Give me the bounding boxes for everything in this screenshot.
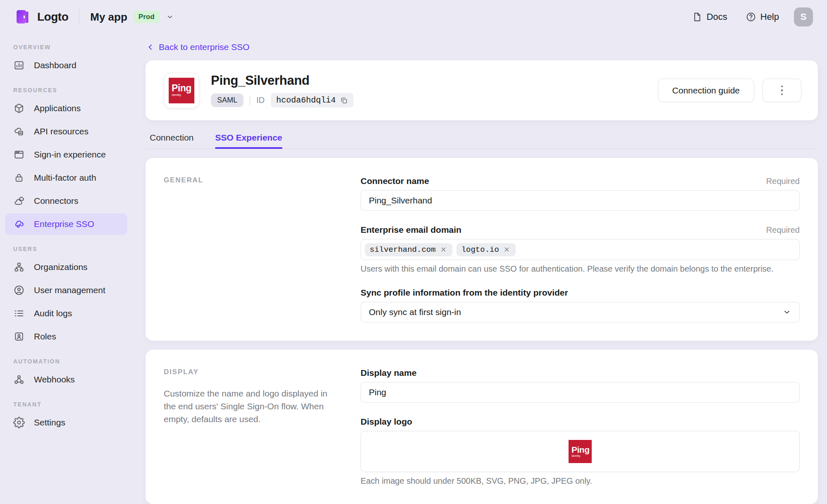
email-domain-input[interactable]: silverhand.com logto.io bbox=[361, 239, 800, 260]
sidebar-item-roles[interactable]: Roles bbox=[5, 326, 127, 347]
sidebar-item-organizations[interactable]: Organizations bbox=[5, 256, 127, 278]
sidebar: OVERVIEW Dashboard RESOURCES Application… bbox=[0, 34, 132, 504]
sidebar-item-sign-in-experience[interactable]: Sign-in experience bbox=[5, 144, 127, 165]
connector-id-value: hcoda6hdqli4 bbox=[276, 96, 336, 105]
sidebar-item-applications[interactable]: Applications bbox=[5, 98, 127, 119]
copy-id-button[interactable] bbox=[340, 96, 348, 105]
chevron-down-icon bbox=[166, 13, 174, 21]
api-resources-icon bbox=[13, 126, 25, 137]
chevron-down-icon bbox=[782, 308, 791, 317]
main-content: Back to enterprise SSO Ping Identity. Pi… bbox=[132, 34, 827, 504]
sidebar-group-title: TENANT bbox=[5, 401, 127, 408]
display-section-fields: Display name Display logo Ping Identity. bbox=[361, 368, 800, 486]
required-badge: Required bbox=[766, 177, 800, 186]
logto-logo-icon bbox=[14, 8, 31, 26]
display-name-field: Display name bbox=[361, 368, 800, 403]
sidebar-group-tenant: TENANT Settings bbox=[5, 401, 127, 433]
sidebar-item-label: Applications bbox=[34, 103, 81, 113]
connector-id-pill: hcoda6hdqli4 bbox=[271, 93, 354, 107]
sync-profile-select[interactable]: Only sync at first sign-in bbox=[361, 302, 800, 322]
badge-divider bbox=[250, 96, 250, 105]
help-button[interactable]: Help bbox=[746, 12, 779, 22]
chevron-left-icon bbox=[146, 43, 155, 51]
applications-icon bbox=[13, 103, 25, 114]
back-link[interactable]: Back to enterprise SSO bbox=[146, 42, 249, 52]
docs-button[interactable]: Docs bbox=[692, 12, 727, 22]
sidebar-group-title: AUTOMATION bbox=[5, 358, 127, 365]
sign-in-experience-icon bbox=[13, 149, 25, 160]
gear-icon bbox=[13, 417, 25, 428]
tab-connection[interactable]: Connection bbox=[150, 133, 194, 148]
sidebar-item-webhooks[interactable]: Webhooks bbox=[5, 369, 127, 390]
sidebar-item-settings[interactable]: Settings bbox=[5, 412, 127, 433]
dashboard-icon bbox=[13, 60, 25, 71]
user-avatar[interactable]: S bbox=[794, 7, 813, 26]
sidebar-item-label: API resources bbox=[34, 127, 88, 136]
general-section-fields: Connector name Required Enterprise email… bbox=[361, 176, 800, 322]
protocol-badge: SAML bbox=[211, 93, 244, 107]
sidebar-item-label: Organizations bbox=[34, 262, 88, 272]
sidebar-item-label: Connectors bbox=[34, 196, 78, 206]
display-name-input[interactable] bbox=[361, 382, 800, 403]
sidebar-item-enterprise-sso[interactable]: Enterprise SSO bbox=[5, 213, 127, 235]
ping-logo-sub: Identity. bbox=[571, 454, 581, 458]
audit-logs-icon bbox=[13, 308, 25, 319]
general-section-card: GENERAL Connector name Required Enterpri… bbox=[146, 158, 818, 341]
header-actions: Connection guide bbox=[658, 79, 801, 102]
general-section-left: GENERAL bbox=[164, 176, 361, 322]
display-logo-label: Display logo bbox=[361, 417, 412, 427]
app-switcher[interactable]: My app Prod bbox=[90, 11, 174, 24]
sidebar-group-title: USERS bbox=[5, 246, 127, 252]
back-link-label: Back to enterprise SSO bbox=[159, 42, 249, 52]
sidebar-item-label: Sign-in experience bbox=[34, 150, 106, 160]
sync-profile-selected-value: Only sync at first sign-in bbox=[369, 307, 461, 317]
sync-profile-label: Sync profile information from the identi… bbox=[361, 288, 568, 298]
docs-label: Docs bbox=[707, 12, 727, 22]
more-actions-button[interactable] bbox=[762, 79, 801, 102]
sidebar-item-dashboard[interactable]: Dashboard bbox=[5, 55, 127, 76]
help-label: Help bbox=[760, 12, 779, 22]
domain-tag-value: logto.io bbox=[461, 245, 499, 254]
sidebar-item-multi-factor-auth[interactable]: Multi-factor auth bbox=[5, 167, 127, 189]
tab-bar: Connection SSO Experience bbox=[146, 133, 818, 149]
connector-name-label: Connector name bbox=[361, 176, 429, 186]
sidebar-group-automation: AUTOMATION Webhooks bbox=[5, 358, 127, 390]
app-name: My app bbox=[90, 11, 127, 24]
sidebar-group-resources: RESOURCES Applications API resources Sig… bbox=[5, 87, 127, 235]
tab-sso-experience[interactable]: SSO Experience bbox=[215, 133, 282, 148]
sync-profile-field: Sync profile information from the identi… bbox=[361, 288, 800, 322]
sidebar-group-title: RESOURCES bbox=[5, 87, 127, 93]
display-section-description: Customize the name and logo displayed in… bbox=[164, 387, 336, 425]
sidebar-item-audit-logs[interactable]: Audit logs bbox=[5, 303, 127, 324]
sidebar-item-user-management[interactable]: User management bbox=[5, 279, 127, 301]
display-logo-helper: Each image should under 500KB, SVG, PNG,… bbox=[361, 476, 800, 486]
remove-domain-button[interactable] bbox=[503, 246, 511, 253]
connector-name-input[interactable] bbox=[361, 190, 800, 211]
sidebar-item-api-resources[interactable]: API resources bbox=[5, 121, 127, 142]
ping-logo-sub: Identity. bbox=[172, 93, 182, 97]
help-icon bbox=[746, 12, 756, 22]
remove-domain-button[interactable] bbox=[440, 246, 447, 253]
copy-icon bbox=[340, 96, 348, 105]
connector-head-info: Ping_Silverhand SAML ID hcoda6hdqli4 bbox=[211, 73, 354, 107]
topbar: Logto My app Prod Docs Help S bbox=[0, 0, 827, 34]
topbar-divider bbox=[79, 9, 79, 25]
display-section-left: DISPLAY Customize the name and logo disp… bbox=[164, 368, 361, 486]
email-domain-label: Enterprise email domain bbox=[361, 225, 461, 235]
brand-name: Logto bbox=[37, 10, 68, 24]
connection-guide-button[interactable]: Connection guide bbox=[658, 79, 754, 102]
connector-name-field: Connector name Required bbox=[361, 176, 800, 211]
connectors-icon bbox=[13, 195, 25, 207]
sidebar-item-connectors[interactable]: Connectors bbox=[5, 190, 127, 212]
email-domain-helper: Users with this email domain can use SSO… bbox=[361, 264, 800, 274]
kebab-icon bbox=[781, 86, 783, 88]
lock-icon bbox=[13, 172, 25, 184]
ping-identity-logo: Ping Identity. bbox=[569, 440, 592, 463]
sidebar-item-label: Webhooks bbox=[34, 375, 75, 385]
sidebar-item-label: User management bbox=[34, 285, 105, 295]
required-badge: Required bbox=[766, 225, 800, 235]
enterprise-sso-icon bbox=[13, 218, 25, 230]
domain-tag: logto.io bbox=[457, 243, 516, 256]
logo-upload-dropzone[interactable]: Ping Identity. bbox=[361, 431, 800, 472]
sidebar-item-label: Settings bbox=[34, 418, 65, 428]
